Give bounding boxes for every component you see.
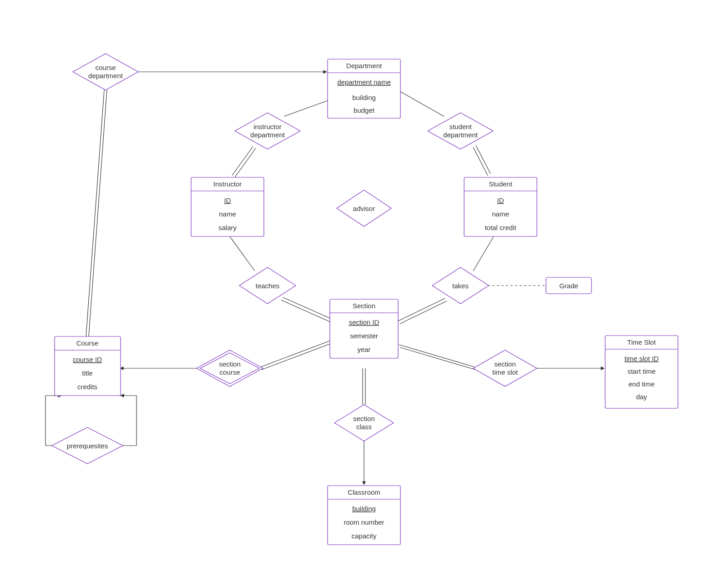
entity-title: Course [76,339,98,347]
entity-attr: name [492,210,509,218]
svg-line-20 [400,347,475,370]
relationship-student-department: student department [428,113,493,149]
entity-attr: credits [77,383,97,391]
entity-attr: room number [344,518,384,526]
relationship-section-time-slot: section time slot [473,350,537,386]
entity-key: ID [497,196,504,204]
entity-attr: start time [627,367,656,375]
entity-title: Time Slot [627,338,657,346]
entity-department: Department department name building budg… [328,59,400,118]
entity-section: Section section ID semester year [330,299,398,358]
svg-line-1 [86,90,104,336]
relationship-section-class: section class [334,405,394,441]
svg-text:student: student [449,123,472,130]
svg-text:section: section [494,360,516,368]
entity-attr: end time [628,380,655,388]
entity-classroom: Classroom building room number capacity [328,486,400,545]
entity-student: Student ID name total credit [464,177,537,236]
svg-line-14 [400,301,447,324]
svg-text:Grade: Grade [559,282,578,290]
entity-attr: year [357,346,370,353]
svg-text:class: class [356,423,372,431]
svg-text:time slot: time slot [492,368,518,376]
entity-attr: name [219,210,236,218]
er-diagram: Department department name building budg… [0,0,728,582]
relationship-advisor: advisor [337,190,391,226]
entity-attr: budget [354,106,375,114]
entity-title: Instructor [213,180,242,188]
relationship-takes: takes [432,267,489,304]
relationship-instructor-department: instructor department [235,113,300,149]
entity-key: department name [337,78,391,86]
svg-text:instructor: instructor [253,123,282,130]
entity-title: Student [489,180,513,188]
svg-text:section: section [219,360,241,368]
svg-text:department: department [88,72,123,80]
svg-line-5 [235,148,256,177]
entity-title: Department [346,62,382,70]
svg-line-12 [473,236,494,271]
svg-line-16 [261,341,329,367]
entity-attr: semester [350,332,378,340]
svg-text:prerequesites: prerequesites [67,442,108,450]
relationship-course-department: course department [73,54,138,90]
svg-line-17 [262,344,330,370]
svg-text:takes: takes [452,282,469,290]
svg-line-11 [283,297,332,319]
relationship-section-course: section course [197,350,263,386]
entity-attr: total credit [485,224,516,231]
svg-line-9 [230,236,255,271]
svg-line-13 [398,298,445,321]
svg-line-10 [281,300,330,322]
entity-key: section ID [349,318,379,326]
svg-line-8 [476,146,490,174]
entity-attr: title [82,369,92,377]
entity-attr: salary [218,224,237,231]
entity-course: Course course ID title credits [55,336,121,396]
entity-key: course ID [73,356,102,363]
entity-attr: day [636,393,647,401]
svg-line-19 [399,345,475,367]
attribute-grade: Grade [546,277,592,294]
svg-text:section: section [353,415,375,422]
entity-attr: capacity [351,532,377,540]
svg-text:course: course [95,64,116,71]
svg-line-2 [89,90,107,336]
entity-title: Section [353,302,375,310]
svg-text:department: department [443,131,478,139]
svg-text:course: course [219,368,240,376]
entity-instructor: Instructor ID name salary [191,177,264,236]
entity-attr: building [352,94,376,101]
relationship-teaches: teaches [239,267,296,304]
entity-key: ID [224,196,231,204]
svg-line-4 [232,146,253,176]
svg-text:advisor: advisor [353,205,375,212]
svg-text:department: department [250,131,285,139]
relationship-prerequisites: prerequesites [52,427,123,464]
svg-line-6 [396,89,444,116]
entity-key: building [352,505,376,512]
entity-timeslot: Time Slot time slot ID start time end ti… [605,336,678,408]
entity-title: Classroom [348,488,380,496]
svg-line-7 [473,147,488,176]
entity-key: time slot ID [624,355,658,362]
svg-text:teaches: teaches [256,282,280,290]
